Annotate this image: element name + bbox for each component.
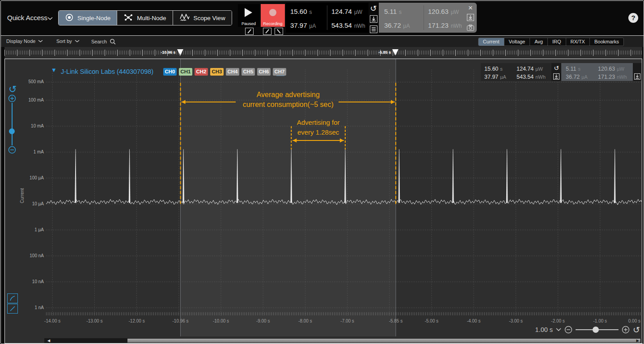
reset-time-zoom-button[interactable]: ↺ — [633, 326, 640, 334]
scroll-left-icon[interactable]: ◀ — [47, 338, 50, 343]
x-tick-label: -7.00 s — [330, 319, 365, 323]
save-selection-stats-button[interactable] — [633, 72, 641, 80]
scrollbar-thumb[interactable]: ▶ — [127, 339, 640, 343]
log-scale-button[interactable] — [7, 293, 18, 303]
chevron-down-icon — [38, 40, 43, 42]
time-zoom-slider-handle[interactable] — [593, 327, 599, 333]
channel-chip-ch4[interactable]: CH4 — [226, 68, 239, 76]
record-voltage-toggle[interactable] — [275, 28, 283, 35]
time-ruler[interactable]: -10.96 s-5.85 s — [4, 47, 642, 59]
x-tick-label: -2.00 s — [540, 319, 576, 323]
channel-chip-ch0[interactable]: CH0 — [163, 68, 177, 76]
y-zoom-slider-track[interactable] — [12, 103, 13, 145]
y-tick-label: 100 nA — [5, 253, 44, 258]
channel-chip-ch7[interactable]: CH7 — [273, 68, 286, 76]
zoom-in-icon[interactable] — [622, 326, 630, 334]
record-current-toggle[interactable] — [263, 28, 271, 35]
scope-wave-icon — [179, 13, 190, 23]
live-energy-value: 543.54 — [331, 21, 352, 29]
collapse-node-icon[interactable]: ▼ — [51, 67, 57, 73]
linear-scale-button[interactable] — [7, 304, 18, 314]
view-tab-bar: CurrentVoltageAvgIRQRX/TXBookmarks — [478, 38, 624, 46]
live-time-value: 15.60 — [290, 8, 307, 15]
channel-chip-ch3[interactable]: CH3 — [210, 68, 224, 76]
y-tick-label: 100 µA — [5, 175, 44, 180]
x-tick-label: -10.96 s — [163, 319, 199, 323]
y-zoom-in-button[interactable] — [8, 94, 16, 102]
selection-measurements-panel: 5.11s 36.72µA 120.63µW 171.23nWh × — [379, 3, 477, 33]
save-selection-button[interactable] — [466, 13, 475, 21]
time-zoom-control: 1.00 s ↺ — [535, 324, 640, 336]
tab-bookmarks[interactable]: Bookmarks — [589, 38, 623, 46]
avg-annotation-line1: Average advertising — [208, 91, 369, 99]
channel-chip-ch6[interactable]: CH6 — [257, 68, 271, 76]
close-selection-button[interactable]: × — [466, 4, 475, 12]
scroll-right-icon[interactable]: ▶ — [636, 338, 639, 343]
channel-chip-row: CH0CH1CH2CH3CH4CH5CH6CH7 — [163, 68, 286, 76]
channel-chip-ch5[interactable]: CH5 — [242, 68, 255, 76]
y-zoom-out-button[interactable] — [8, 146, 16, 154]
chart-panel: 500 mA100 mA10 mA1 mA100 µA10 µA1 µA100 … — [4, 59, 642, 344]
live-current-value: 37.97 — [290, 21, 307, 29]
recording-label: Recording — [261, 21, 285, 26]
device-name[interactable]: J-Link Silicon Labs (440307098) — [61, 68, 153, 75]
ruler-marker-handle[interactable] — [177, 49, 183, 55]
paused-button[interactable]: Paused — [238, 4, 259, 27]
time-scale-value[interactable]: 1.00 s — [535, 326, 553, 333]
live-power-value: 124.74 — [331, 8, 352, 15]
tab-current[interactable]: Current — [479, 38, 504, 46]
x-tick-label: -14.00 s — [34, 319, 70, 323]
mode-button-single-node[interactable]: Single-Node — [59, 11, 117, 25]
chart-measurements-panel: 15.60s 37.97µA 124.74µW 543.54nWh ↺ 5.11… — [481, 63, 642, 81]
x-tick-label: -8.00 s — [287, 319, 323, 323]
y-tick-label: 10 nA — [5, 279, 44, 284]
screenshot-button[interactable] — [466, 24, 475, 32]
tab-avg[interactable]: Avg — [530, 38, 547, 46]
capture-current-toggle[interactable] — [245, 28, 254, 35]
search-control[interactable]: Search — [91, 38, 116, 45]
x-tick-label: 0.00 s — [605, 319, 640, 323]
record-dot-icon — [269, 9, 276, 16]
zoom-out-icon[interactable] — [564, 326, 572, 334]
log-list-button[interactable] — [369, 25, 377, 33]
tab-irq[interactable]: IRQ — [547, 38, 566, 46]
display-node-menu[interactable]: Display Node — [6, 38, 43, 44]
x-tick-label: -5.85 s — [378, 319, 414, 323]
sort-by-menu[interactable]: Sort by — [56, 38, 80, 44]
chevron-down-icon[interactable] — [47, 17, 53, 20]
channel-chip-ch1[interactable]: CH1 — [179, 68, 192, 76]
reset-chart-stats-button[interactable]: ↺ — [552, 64, 560, 72]
chevron-down-icon[interactable] — [556, 328, 561, 331]
time-zoom-slider-track[interactable] — [576, 329, 619, 330]
play-icon — [245, 8, 252, 17]
selection-time-value: 5.11 — [384, 8, 397, 15]
selection-current-value: 36.72 — [384, 21, 401, 29]
y-axis-title: Current — [20, 188, 25, 203]
save-chart-stats-button[interactable] — [552, 72, 560, 80]
tab-rx-tx[interactable]: RX/TX — [566, 38, 589, 46]
help-button[interactable]: ? — [628, 13, 638, 23]
recording-button[interactable]: Recording — [261, 4, 285, 27]
avg-annotation-line2: current consumption(~5 sec) — [208, 101, 369, 109]
y-zoom-slider-handle[interactable] — [9, 128, 15, 134]
mode-button-scope view[interactable]: Scope View — [173, 11, 232, 25]
node-toolbar: Display Node Sort by Search CurrentVolta… — [1, 35, 644, 47]
reset-y-zoom-button[interactable]: ↺ — [8, 85, 17, 94]
x-axis-tick-strip — [46, 312, 642, 315]
save-measurements-button[interactable] — [369, 15, 377, 23]
live-measurements-panel: 15.60s 37.97µA 124.74µW 543.54nWh — [286, 3, 369, 33]
log-curve-icon — [9, 295, 16, 302]
horizontal-scrollbar[interactable]: ◀ ▶ — [44, 338, 641, 343]
mode-button-group: Single-NodeMulti-NodeScope View — [58, 10, 232, 25]
tab-voltage[interactable]: Voltage — [504, 38, 530, 46]
ruler-marker-label: -10.96 s — [161, 50, 176, 55]
channel-chip-ch2[interactable]: CH2 — [195, 68, 208, 76]
reset-measurements-button[interactable]: ↺ — [369, 4, 377, 13]
interval-annotation-line1: Advertising for — [260, 119, 377, 126]
quick-access-menu[interactable]: Quick Access — [7, 14, 47, 21]
x-tick-label: -13.00 s — [76, 319, 112, 323]
quick-access-label: Quick Access — [7, 14, 47, 21]
linear-line-icon — [9, 306, 16, 312]
ruler-marker-handle[interactable] — [392, 49, 398, 55]
mode-button-multi-node[interactable]: Multi-Node — [117, 11, 172, 25]
